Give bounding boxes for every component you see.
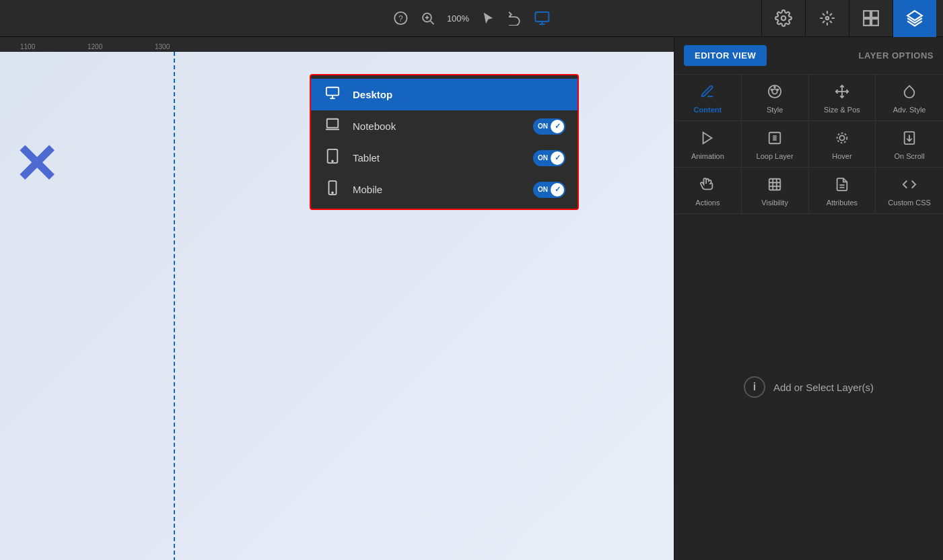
loop-layer-tab-label: Loop Layer bbox=[757, 152, 794, 160]
mobile-toggle-knob bbox=[551, 183, 564, 197]
svg-point-21 bbox=[332, 160, 333, 162]
svg-point-26 bbox=[774, 87, 775, 88]
svg-rect-19 bbox=[327, 119, 339, 128]
panel-tabs-row1: Content Style Size & Pos A bbox=[674, 75, 943, 121]
custom-css-tab-label: Custom CSS bbox=[888, 199, 931, 207]
hover-icon bbox=[835, 131, 849, 149]
adv-style-tab-label: Adv. Style bbox=[893, 106, 926, 114]
loop-icon bbox=[767, 131, 782, 149]
tablet-toggle-label: ON bbox=[538, 154, 548, 162]
panel-tabs-row3: Actions Visibility Attributes bbox=[674, 168, 943, 214]
svg-point-36 bbox=[839, 135, 844, 140]
palette-icon bbox=[767, 84, 782, 102]
svg-rect-12 bbox=[872, 11, 878, 18]
tab-actions[interactable]: Actions bbox=[674, 168, 742, 213]
desktop-label: Desktop bbox=[353, 89, 565, 100]
code-icon bbox=[902, 177, 917, 195]
svg-rect-11 bbox=[864, 11, 870, 18]
right-panel: EDITOR VIEW LAYER OPTIONS Content Style bbox=[674, 37, 943, 560]
tab-style[interactable]: Style bbox=[742, 75, 809, 120]
svg-rect-16 bbox=[326, 88, 339, 96]
svg-line-3 bbox=[430, 21, 433, 24]
tab-animation[interactable]: Animation bbox=[674, 121, 742, 167]
move4-icon bbox=[835, 84, 849, 102]
dropdown-item-mobile[interactable]: Mobile ON bbox=[311, 174, 578, 205]
cursor-icon[interactable] bbox=[481, 11, 495, 25]
panel-info-text: Add or Select Layer(s) bbox=[773, 382, 874, 393]
monitor-icon[interactable] bbox=[534, 10, 550, 26]
media-icon[interactable] bbox=[849, 0, 893, 37]
tab-hover[interactable]: Hover bbox=[809, 121, 876, 167]
ruler-tick-1200: 1200 bbox=[88, 43, 102, 50]
attributes-tab-label: Attributes bbox=[827, 199, 858, 207]
zoom-label: 100% bbox=[447, 13, 469, 24]
info-icon: i bbox=[744, 376, 765, 398]
desktop-icon bbox=[323, 85, 342, 104]
mobile-icon bbox=[323, 180, 342, 199]
svg-point-28 bbox=[771, 89, 773, 90]
notebook-toggle[interactable]: ON bbox=[533, 118, 565, 135]
main-area: 1100 1200 1300 ✕ Desktop Notebook bbox=[0, 37, 943, 560]
svg-point-37 bbox=[837, 133, 847, 143]
mobile-toggle-label: ON bbox=[538, 186, 548, 193]
panel-tabs-row2: Animation Loop Layer Hover bbox=[674, 121, 943, 168]
dropdown-item-tablet[interactable]: Tablet ON bbox=[311, 142, 578, 174]
dropdown-item-notebook[interactable]: Notebook ON bbox=[311, 110, 578, 142]
layers-icon[interactable] bbox=[893, 0, 936, 37]
tab-loop-layer[interactable]: Loop Layer bbox=[742, 121, 809, 167]
help-icon[interactable]: ? bbox=[393, 11, 408, 26]
actions-tab-label: Actions bbox=[695, 199, 720, 207]
tab-size-pos[interactable]: Size & Pos bbox=[809, 75, 876, 120]
zoom-search-icon[interactable] bbox=[420, 11, 435, 26]
ruler: 1100 1200 1300 bbox=[0, 37, 674, 52]
toolbar-right bbox=[761, 0, 936, 37]
ruler-tick-1100: 1100 bbox=[20, 43, 35, 50]
tablet-label: Tablet bbox=[353, 152, 522, 164]
top-toolbar: ? 100% bbox=[0, 0, 943, 37]
size-pos-tab-label: Size & Pos bbox=[824, 106, 860, 114]
svg-point-23 bbox=[332, 192, 333, 193]
svg-rect-6 bbox=[535, 12, 549, 22]
tablet-toggle[interactable]: ON bbox=[533, 150, 565, 166]
tab-adv-style[interactable]: Adv. Style bbox=[876, 75, 943, 120]
on-scroll-icon bbox=[902, 131, 917, 149]
svg-rect-14 bbox=[872, 19, 878, 26]
tablet-icon bbox=[323, 149, 342, 167]
content-tab-label: Content bbox=[694, 106, 722, 114]
device-dropdown: Desktop Notebook ON bbox=[310, 74, 579, 210]
mobile-label: Mobile bbox=[353, 184, 522, 195]
editor-view-button[interactable]: EDITOR VIEW bbox=[684, 45, 767, 66]
tab-content[interactable]: Content bbox=[674, 75, 742, 120]
play-icon bbox=[700, 131, 715, 149]
hand-icon bbox=[700, 177, 715, 195]
dropdown-item-desktop[interactable]: Desktop bbox=[311, 79, 578, 110]
svg-rect-13 bbox=[864, 19, 870, 26]
notebook-toggle-label: ON bbox=[538, 123, 548, 130]
ruler-tick-1300: 1300 bbox=[155, 43, 170, 50]
panel-info-row: i Add or Select Layer(s) bbox=[744, 376, 874, 398]
tab-custom-css[interactable]: Custom CSS bbox=[876, 168, 943, 213]
canvas-area: 1100 1200 1300 ✕ Desktop Notebook bbox=[0, 37, 674, 560]
canvas-x-mark: ✕ bbox=[13, 138, 59, 192]
style-tab-label: Style bbox=[767, 106, 783, 114]
tab-on-scroll[interactable]: On Scroll bbox=[876, 121, 943, 167]
notebook-toggle-knob bbox=[551, 120, 564, 133]
hover-tab-label: Hover bbox=[832, 152, 851, 160]
mobile-toggle[interactable]: ON bbox=[533, 182, 565, 198]
svg-text:?: ? bbox=[398, 14, 403, 24]
tablet-toggle-knob bbox=[551, 151, 564, 165]
svg-marker-31 bbox=[703, 133, 712, 144]
settings-icon[interactable] bbox=[761, 0, 805, 37]
move-icon[interactable] bbox=[805, 0, 849, 37]
tab-visibility[interactable]: Visibility bbox=[742, 168, 809, 213]
undo-icon[interactable] bbox=[507, 11, 522, 26]
panel-top: EDITOR VIEW LAYER OPTIONS bbox=[674, 37, 943, 75]
svg-point-9 bbox=[781, 16, 786, 21]
doc-icon bbox=[835, 177, 849, 195]
svg-point-25 bbox=[772, 89, 777, 94]
drop-icon bbox=[902, 84, 917, 102]
visibility-tab-label: Visibility bbox=[761, 199, 788, 207]
panel-body: i Add or Select Layer(s) bbox=[674, 214, 943, 560]
tab-attributes[interactable]: Attributes bbox=[809, 168, 876, 213]
svg-point-10 bbox=[826, 17, 829, 20]
